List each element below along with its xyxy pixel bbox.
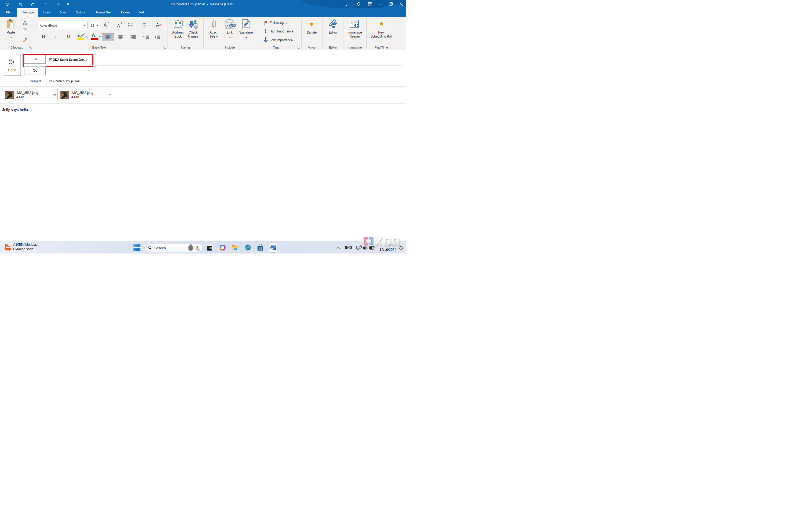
svg-text:1: 1: [141, 23, 142, 24]
svg-text:@: @: [194, 24, 198, 29]
svg-text:2: 2: [141, 25, 142, 26]
svg-text:3: 3: [141, 26, 142, 28]
